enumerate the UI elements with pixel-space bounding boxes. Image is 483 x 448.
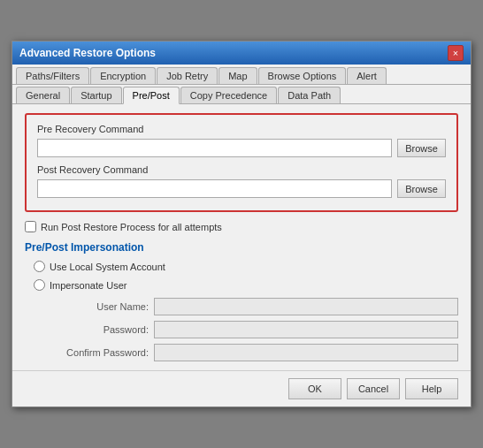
password-input[interactable] — [154, 321, 458, 338]
tab-general[interactable]: General — [16, 87, 70, 103]
pre-recovery-input[interactable] — [37, 139, 392, 157]
tab-alert[interactable]: Alert — [347, 67, 387, 84]
username-label: User Name: — [60, 301, 149, 312]
help-button[interactable]: Help — [405, 378, 458, 399]
radio-local-system-row: Use Local System Account — [34, 261, 458, 272]
tab-row-2: General Startup Pre/Post Copy Precedence… — [12, 85, 471, 104]
run-post-restore-row: Run Post Restore Process for all attempt… — [25, 221, 458, 232]
tab-browse-options[interactable]: Browse Options — [258, 67, 347, 84]
tab-map[interactable]: Map — [218, 67, 257, 84]
run-post-restore-checkbox[interactable] — [25, 221, 36, 232]
impersonation-fields: User Name: Password: Confirm Password: — [60, 298, 458, 361]
window-title: Advanced Restore Options — [19, 47, 156, 59]
title-bar: Advanced Restore Options × — [12, 42, 471, 65]
tab-job-retry[interactable]: Job Retry — [157, 67, 218, 84]
pre-recovery-label: Pre Recovery Command — [37, 124, 446, 134]
tab-copy-precedence[interactable]: Copy Precedence — [180, 87, 277, 103]
radio-group: Use Local System Account Impersonate Use… — [34, 261, 458, 361]
post-recovery-browse-button[interactable]: Browse — [397, 179, 446, 198]
confirm-password-label: Confirm Password: — [60, 347, 149, 358]
radio-impersonate-label: Impersonate User — [50, 280, 126, 291]
radio-impersonate-row: Impersonate User — [34, 279, 458, 291]
pre-recovery-browse-button[interactable]: Browse — [397, 139, 446, 157]
tab-paths-filters[interactable]: Paths/Filters — [16, 67, 89, 84]
pre-recovery-row: Browse — [37, 139, 446, 157]
content-area: Pre Recovery Command Browse Post Recover… — [12, 104, 471, 370]
radio-local-system-label: Use Local System Account — [50, 262, 165, 272]
ok-button[interactable]: OK — [288, 378, 341, 399]
post-recovery-input[interactable] — [37, 179, 392, 198]
confirm-password-input[interactable] — [154, 344, 458, 361]
close-button[interactable]: × — [448, 45, 464, 61]
impersonation-section: Pre/Post Impersonation Use Local System … — [25, 241, 458, 361]
run-post-restore-label: Run Post Restore Process for all attempt… — [41, 222, 222, 232]
radio-local-system[interactable] — [34, 261, 45, 272]
radio-impersonate-user[interactable] — [34, 279, 45, 291]
username-input[interactable] — [154, 298, 458, 315]
main-window: Advanced Restore Options × Paths/Filters… — [12, 41, 472, 407]
bottom-bar: OK Cancel Help — [12, 370, 471, 406]
tab-row-1: Paths/Filters Encryption Job Retry Map B… — [12, 65, 471, 85]
tab-pre-post[interactable]: Pre/Post — [123, 87, 180, 104]
cancel-button[interactable]: Cancel — [347, 378, 400, 399]
commands-section: Pre Recovery Command Browse Post Recover… — [25, 113, 458, 212]
impersonation-title: Pre/Post Impersonation — [25, 241, 458, 254]
tab-data-path[interactable]: Data Path — [278, 87, 341, 103]
tab-startup[interactable]: Startup — [71, 87, 121, 103]
password-label: Password: — [60, 324, 149, 335]
tab-encryption[interactable]: Encryption — [90, 67, 156, 84]
post-recovery-label: Post Recovery Command — [37, 164, 446, 175]
post-recovery-row: Browse — [37, 179, 446, 198]
